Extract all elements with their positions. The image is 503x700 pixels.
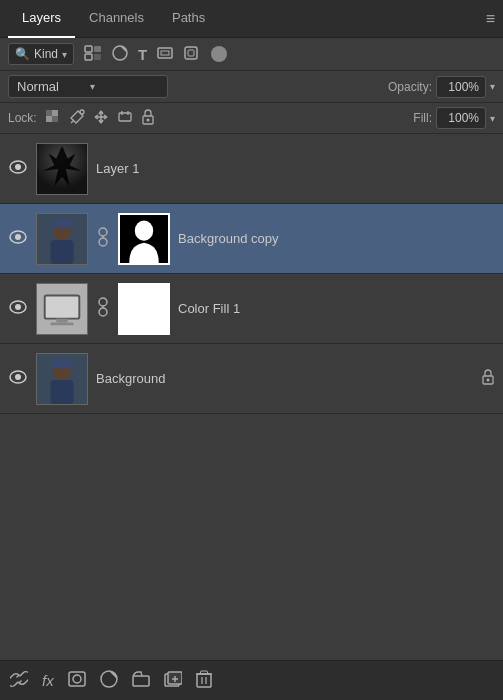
- new-group-icon[interactable]: [132, 671, 150, 691]
- svg-rect-50: [50, 379, 73, 403]
- layer-thumbnail-background-copy: [36, 213, 88, 265]
- layers-panel: Layers Channels Paths ≡ 🔍 Kind ▾: [0, 0, 503, 700]
- layer-chain-background-copy: [96, 227, 110, 250]
- shape-filter-icon[interactable]: [157, 45, 173, 64]
- svg-rect-12: [52, 116, 58, 122]
- fill-group: Fill: 100% ▾: [413, 107, 495, 129]
- svg-line-13: [71, 120, 74, 123]
- svg-rect-6: [161, 51, 169, 55]
- layers-list: Layer 1: [0, 134, 503, 660]
- filter-icons: T: [84, 45, 227, 64]
- tab-layers[interactable]: Layers: [8, 0, 75, 38]
- kind-filter-select[interactable]: 🔍 Kind ▾: [8, 43, 74, 65]
- svg-point-14: [80, 110, 84, 114]
- svg-rect-1: [94, 46, 101, 52]
- layer-thumbnail-layer1: [36, 143, 88, 195]
- svg-rect-7: [185, 47, 197, 59]
- svg-point-32: [99, 238, 107, 246]
- filter-toggle[interactable]: [211, 46, 227, 62]
- svg-rect-5: [158, 48, 172, 58]
- svg-rect-58: [133, 676, 149, 686]
- svg-point-42: [99, 298, 107, 306]
- svg-rect-52: [50, 361, 73, 365]
- svg-point-31: [99, 228, 107, 236]
- opacity-input[interactable]: 100%: [436, 76, 486, 98]
- svg-point-56: [73, 675, 81, 683]
- svg-rect-3: [94, 54, 101, 60]
- svg-point-37: [15, 304, 21, 310]
- layer-mask-background-copy: [118, 213, 170, 265]
- layer-visibility-layer1[interactable]: [8, 160, 28, 178]
- svg-rect-11: [46, 116, 52, 122]
- svg-rect-15: [119, 113, 131, 121]
- layer-name-layer1: Layer 1: [96, 161, 495, 176]
- opacity-dropdown-arrow[interactable]: ▾: [490, 81, 495, 92]
- layer-visibility-background[interactable]: [8, 370, 28, 388]
- tab-paths[interactable]: Paths: [158, 0, 219, 38]
- lock-row: Lock:: [0, 103, 503, 134]
- tab-channels[interactable]: Channels: [75, 0, 158, 38]
- search-icon: 🔍: [15, 47, 30, 61]
- svg-rect-63: [197, 674, 211, 687]
- adjustment-filter-icon[interactable]: [112, 45, 128, 64]
- svg-point-21: [15, 164, 21, 170]
- smartobject-filter-icon[interactable]: [183, 45, 199, 64]
- svg-rect-39: [45, 295, 80, 318]
- link-layers-icon[interactable]: [10, 670, 28, 692]
- opacity-group: Opacity: 100% ▾: [388, 76, 495, 98]
- svg-rect-41: [50, 322, 73, 325]
- svg-rect-28: [50, 239, 73, 263]
- add-mask-icon[interactable]: [68, 671, 86, 691]
- filter-row: 🔍 Kind ▾ T: [0, 38, 503, 71]
- layer-item-layer1[interactable]: Layer 1: [0, 134, 503, 204]
- layer-chain-color-fill-1: [96, 297, 110, 320]
- new-layer-icon[interactable]: [164, 671, 182, 691]
- layer-name-background-copy: Background copy: [178, 231, 495, 246]
- layer-item-background-copy[interactable]: Background copy: [0, 204, 503, 274]
- blend-mode-row: Normal ▾ Opacity: 100% ▾: [0, 71, 503, 103]
- lock-pixels-icon[interactable]: [69, 109, 85, 128]
- svg-rect-55: [69, 672, 85, 686]
- lock-transparent-icon[interactable]: [45, 109, 61, 128]
- svg-rect-0: [85, 46, 92, 52]
- layer-name-background: Background: [96, 371, 473, 386]
- layer-mask-color-fill-1: [118, 283, 170, 335]
- panel-menu-icon[interactable]: ≡: [486, 10, 495, 28]
- lock-icons: [45, 109, 155, 128]
- layer-thumbnail-color-fill-1: [36, 283, 88, 335]
- bottom-toolbar: fx: [0, 660, 503, 700]
- svg-rect-2: [85, 54, 92, 60]
- layer-item-color-fill-1[interactable]: Color Fill 1: [0, 274, 503, 344]
- svg-point-25: [15, 234, 21, 240]
- svg-rect-10: [52, 110, 58, 116]
- layer-visibility-background-copy[interactable]: [8, 230, 28, 248]
- svg-point-47: [15, 374, 21, 380]
- tab-bar: Layers Channels Paths ≡: [0, 0, 503, 38]
- layer-lock-icon-background: [481, 369, 495, 388]
- layer-visibility-color-fill-1[interactable]: [8, 300, 28, 318]
- kind-dropdown-arrow: ▾: [62, 49, 67, 60]
- blend-mode-select[interactable]: Normal ▾: [8, 75, 168, 98]
- svg-rect-45: [120, 285, 168, 333]
- svg-rect-8: [188, 50, 194, 56]
- fill-dropdown-arrow[interactable]: ▾: [490, 113, 495, 124]
- text-filter-icon[interactable]: T: [138, 46, 147, 63]
- svg-point-19: [146, 118, 149, 121]
- lock-artboard-icon[interactable]: [117, 109, 133, 128]
- pixel-filter-icon[interactable]: [84, 45, 102, 64]
- svg-point-35: [135, 220, 153, 240]
- blend-dropdown-arrow: ▾: [90, 81, 159, 92]
- add-layer-style-icon[interactable]: fx: [42, 672, 54, 689]
- fill-input[interactable]: 100%: [436, 107, 486, 129]
- layer-name-color-fill-1: Color Fill 1: [178, 301, 495, 316]
- svg-rect-9: [46, 110, 52, 116]
- lock-position-icon[interactable]: [93, 109, 109, 128]
- layer-item-background[interactable]: Background: [0, 344, 503, 414]
- svg-rect-30: [50, 221, 73, 225]
- svg-point-43: [99, 308, 107, 316]
- layer-thumbnail-background: [36, 353, 88, 405]
- svg-rect-40: [56, 318, 68, 322]
- lock-all-icon[interactable]: [141, 109, 155, 128]
- delete-layer-icon[interactable]: [196, 670, 212, 692]
- new-fill-layer-icon[interactable]: [100, 670, 118, 692]
